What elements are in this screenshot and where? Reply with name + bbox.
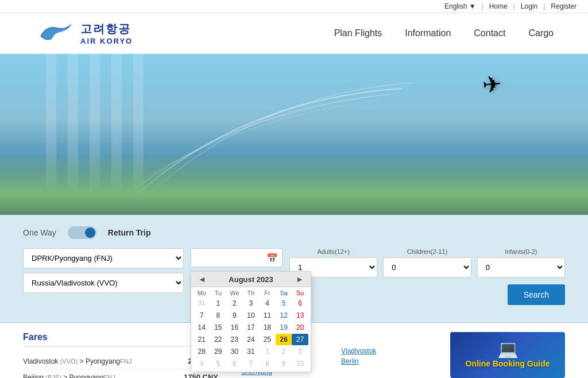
booking-guide-box[interactable]: 💻 Online Booking Guide [450, 332, 565, 378]
return-trip-label: Return Trip [108, 228, 151, 237]
airport-vladivostok[interactable]: Vladivostok [341, 347, 439, 355]
infants-group: Infants(0-2) 012 [477, 248, 565, 277]
booking-guide-title: Online Booking Guide [455, 359, 560, 368]
laptop-icon: 💻 [455, 339, 560, 359]
infants-label: Infants(0-2) [477, 248, 565, 255]
fare-price-2: 1750 CNY [184, 373, 218, 378]
fare-route-1: Vladivostok (VVO) > PyongyangFNJ [23, 357, 131, 365]
infants-select[interactable]: 012 [477, 257, 565, 277]
logo: 고려항공 AIR KORYO [34, 19, 133, 48]
home-link[interactable]: Home [489, 2, 508, 10]
logo-bird-icon [34, 19, 75, 48]
calendar-header: ◄ August 2023 ► [191, 272, 311, 287]
children-group: Children(2-11) 01234 [383, 248, 471, 277]
nav-plan-flights[interactable]: Plan Flights [334, 28, 382, 38]
destination-select[interactable]: Russia/Vladivostok (VVO) DPRK/Pyongyang … [23, 273, 184, 293]
one-way-label: One Way [23, 228, 56, 237]
top-bar: English ▼ | Home | Login | Register [0, 0, 588, 13]
search-form-row: DPRK/Pyongyang (FNJ) Russia/Vladivostok … [23, 248, 565, 305]
calendar-days: 31 1 2 3 4 5 6 7 8 9 10 11 12 1 [194, 298, 308, 369]
origin-select[interactable]: DPRK/Pyongyang (FNJ) Russia/Vladivostok … [23, 248, 184, 268]
calendar-icon[interactable]: 📅 [266, 252, 278, 263]
adults-label: Adults(12+) [289, 248, 377, 255]
nav-cargo[interactable]: Cargo [528, 28, 554, 38]
fares-title: Fares [23, 332, 218, 346]
fare-row-2: Beijing (BJS) > PyongyangFNJ 1750 CNY [23, 369, 218, 378]
logo-english-text: AIR KORYO [80, 37, 133, 45]
children-select[interactable]: 01234 [383, 257, 471, 277]
passengers-and-search: Adults(12+) 12345 Children(2-11) 01234 I… [289, 248, 565, 305]
calendar-next-button[interactable]: ► [293, 275, 306, 284]
logo-korean-text: 고려항공 [80, 21, 133, 37]
passengers-labels-row: Adults(12+) 12345 Children(2-11) 01234 I… [289, 248, 565, 277]
language-selector[interactable]: English ▼ [444, 2, 476, 10]
right-sidebar: 💻 Online Booking Guide EMERGENCY CALL [450, 332, 565, 378]
calendar-grid: Mo Tu We Th Fr Sa Su 31 1 2 3 4 [191, 287, 311, 372]
date-picker-col: 📅 ◄ August 2023 ► Mo Tu We Th Fr Sa [191, 248, 283, 267]
route-selects: DPRK/Pyongyang (FNJ) Russia/Vladivostok … [23, 248, 184, 293]
nav-information[interactable]: Information [405, 28, 451, 38]
hero-banner: ✈ [0, 54, 588, 215]
calendar-month-year: August 2023 [229, 275, 273, 284]
calendar-popup: ◄ August 2023 ► Mo Tu We Th Fr Sa Su [191, 271, 311, 372]
fare-route-2: Beijing (BJS) > PyongyangFNJ [23, 373, 115, 379]
plane-icon: ✈ [481, 71, 503, 99]
fare-row: Vladivostok (VVO) > PyongyangFNJ 230 USD [23, 353, 218, 369]
airport-berlin[interactable]: Berlin [341, 357, 439, 365]
main-nav: Plan Flights Information Contact Cargo [334, 28, 554, 38]
search-button[interactable]: Search [508, 284, 565, 305]
calendar-prev-button[interactable]: ◄ [196, 275, 208, 284]
login-link[interactable]: Login [521, 2, 537, 10]
nav-contact[interactable]: Contact [474, 28, 505, 38]
register-link[interactable]: Register [551, 2, 577, 10]
trip-type-toggle: One Way Return Trip [23, 226, 565, 239]
trip-toggle-switch[interactable] [68, 226, 96, 239]
header: 고려항공 AIR KORYO Plan Flights Information … [0, 13, 588, 54]
children-label: Children(2-11) [383, 248, 471, 255]
date-input-wrap: 📅 [191, 248, 283, 267]
calendar-weekdays: Mo Tu We Th Fr Sa Su [194, 290, 308, 296]
search-panel: One Way Return Trip DPRK/Pyongyang (FNJ)… [0, 215, 588, 323]
